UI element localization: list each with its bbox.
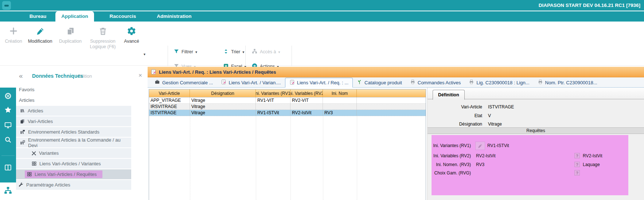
requetes-section-header: Requêtes xyxy=(428,127,644,134)
menu-item-administration[interactable]: Administration xyxy=(152,11,196,22)
wheel-icon[interactable] xyxy=(0,90,16,102)
tree-item-variantes[interactable]: Variantes xyxy=(16,148,131,159)
tab-commandes-actives[interactable]: Commandes Actives xyxy=(406,78,465,87)
creation-button[interactable]: Création xyxy=(3,26,24,44)
printer-icon xyxy=(410,79,415,86)
sort-icon xyxy=(223,49,229,55)
sidebar-panel-header: « Données Techniques × xyxy=(16,70,146,83)
trier-button[interactable]: Trier ▾ xyxy=(223,48,244,56)
monitor-icon[interactable] xyxy=(0,119,16,131)
document-tab-bar: Gestion Commerciale ... Liens Vari-Art. … xyxy=(148,77,644,88)
help-icon[interactable]: ? xyxy=(574,170,580,176)
tree-item-articles[interactable]: Articles xyxy=(16,106,131,116)
side-icon-strip xyxy=(0,88,16,182)
help-icon[interactable]: ? xyxy=(574,162,580,167)
tree-item-env-articles-commande[interactable]: Environnement Articles à la Commande / a… xyxy=(16,138,131,148)
menu-item-application[interactable]: Application xyxy=(55,11,94,22)
filter-icon xyxy=(173,49,179,55)
tab-gestion-commerciale[interactable]: Gestion Commerciale ... xyxy=(151,78,217,87)
acces-caret-icon: ▾ xyxy=(278,50,280,54)
app-logo-icon[interactable] xyxy=(2,1,11,10)
application-window: DIAPASON START DEV 04.16.21 RC1 [7936] B… xyxy=(0,0,644,200)
app-logo-dash xyxy=(4,5,9,7)
field-value: Vitrage xyxy=(488,122,502,127)
requetes-panel: Ini. Variantes (RV1) RV1-ISTVit Ini. Var… xyxy=(432,135,628,195)
app-title: DIAPASON START DEV 04.16.21 RC1 [7936] xyxy=(539,0,640,11)
document-window-titlebar: Liens Vari-Art. / Req. : Liens Vari-Arti… xyxy=(148,67,644,77)
sidebar-tree: Favoris Articles Articles Vari-Articles … xyxy=(16,85,131,191)
table-row-selected[interactable]: ISTVITRAGE Vitrage RV1-ISTVit RV2-IstVit… xyxy=(149,110,426,116)
tab-catalogue-produit[interactable]: Catalogue produit xyxy=(353,78,406,87)
star-icon[interactable] xyxy=(0,104,16,116)
vari-articles-table: Vari-Article Désignation Ini. Variantes … xyxy=(149,89,426,200)
requete-label: Ini. Nomen. (RV3) xyxy=(433,162,471,167)
requete-value-2: RV2-IstVit xyxy=(583,153,602,158)
edit-query-icon[interactable] xyxy=(475,142,485,150)
filtrer-button[interactable]: Filtrer ▾ xyxy=(173,48,197,56)
requete-label: Ini. Variantes (RV1) xyxy=(433,143,471,148)
tab-nom-ptr-c230900018[interactable]: Nom. Ptr. C230900018... xyxy=(534,78,601,87)
notepad-icon xyxy=(289,80,295,86)
toolbar-separator xyxy=(168,46,168,66)
plus-icon xyxy=(9,26,18,36)
env-commande-icon xyxy=(20,140,26,146)
avance-button[interactable]: Avancé xyxy=(121,26,142,44)
env-standard-icon xyxy=(20,129,26,135)
tree-item-env-articles-standards[interactable]: Environnement Articles Standards xyxy=(16,127,131,138)
sitemap-icon[interactable] xyxy=(1,184,15,197)
tree-item-parametrage-articles[interactable]: Paramétrage Articles xyxy=(16,180,131,191)
menu-item-bureau[interactable]: Bureau xyxy=(23,11,52,22)
notepad-icon xyxy=(151,69,156,75)
field-etat: Etat V xyxy=(428,112,491,119)
tree-group-articles[interactable]: Articles xyxy=(16,95,131,106)
printer-icon xyxy=(469,79,474,86)
tree-item-liens-vari-articles-requetes[interactable]: Liens Vari-Articles / Requêtes xyxy=(16,169,131,180)
field-label: Désignation xyxy=(428,122,482,127)
toolbar: Création Modification Duplication Suppre… xyxy=(0,22,644,66)
trier-caret-icon: ▾ xyxy=(242,50,244,54)
column-header-filler xyxy=(357,89,426,97)
tree-item-vari-articles[interactable]: Vari-Articles xyxy=(16,116,131,127)
column-header-ini-variables[interactable]: Ini. Variables (RV2) xyxy=(290,89,323,97)
column-header-designation[interactable]: Désignation xyxy=(190,89,256,97)
avance-caret-icon[interactable]: ▾ xyxy=(144,52,145,56)
tab-definition[interactable]: Définition xyxy=(433,90,465,100)
tab-liens-vari-art-variantes[interactable]: Liens Vari-Art. / Varian.... xyxy=(217,78,285,87)
acces-a-button[interactable]: Accès à ▾ xyxy=(251,48,280,56)
search-icon[interactable] xyxy=(0,134,16,146)
collapse-panel-icon[interactable]: « xyxy=(19,72,23,80)
toolbar-separator xyxy=(292,46,292,66)
table-row[interactable]: APP_VITRAGE Vitrage RV1-VIT RV2-VIT xyxy=(149,97,426,104)
requete-value: RV2-IstVit xyxy=(476,153,496,158)
menubar: Bureau Application Raccourcis Administra… xyxy=(0,11,644,22)
grid-icon xyxy=(31,161,37,166)
field-value: V xyxy=(488,113,491,118)
duplication-button[interactable]: Duplication xyxy=(57,26,84,44)
requete-label: Ini. Variables (RV2) xyxy=(433,153,471,158)
field-vari-article: Vari-Article ISTVITRAGE xyxy=(428,103,514,111)
help-icon[interactable]: ? xyxy=(574,153,580,158)
toolbar-separator xyxy=(245,46,246,66)
tree-item-favoris[interactable]: Favoris xyxy=(16,85,131,95)
column-header-ini-nom[interactable]: Ini. Nom xyxy=(323,89,357,97)
pages-icon xyxy=(20,119,25,124)
sitemap-icon xyxy=(251,48,258,55)
table-row[interactable]: IRSVITRAGE Vitrage xyxy=(149,104,426,110)
definition-panel: Définition Vari-Article ISTVITRAGE Etat … xyxy=(427,88,644,200)
tools-icon xyxy=(31,151,36,156)
column-header-ini-variantes[interactable]: Ini. Variantes (RV1) xyxy=(256,89,290,97)
tab-liens-vari-art-requetes[interactable]: Liens Vari-Art. / Req. : ... xyxy=(285,78,353,88)
field-value: ISTVITRAGE xyxy=(488,104,514,109)
column-header-vari-article[interactable]: Vari-Article xyxy=(149,89,190,97)
menu-item-raccourcis[interactable]: Raccourcis xyxy=(106,11,139,22)
columns-icon[interactable] xyxy=(0,161,16,174)
tree-item-liens-vari-articles-variantes[interactable]: Liens Vari-Articles / Variantes xyxy=(16,159,131,169)
close-panel-icon[interactable]: × xyxy=(138,72,142,79)
field-designation: Désignation Vitrage xyxy=(428,120,502,128)
titlebar: DIAPASON START DEV 04.16.21 RC1 [7936] xyxy=(0,0,644,11)
sidebar-panel-title: Données Techniques xyxy=(32,73,83,79)
gear-icon xyxy=(127,26,136,36)
modification-button[interactable]: Modification xyxy=(26,26,54,44)
tab-lig-c230900018[interactable]: Lig. C230900018 : Lign... xyxy=(465,78,533,87)
suppression-button[interactable]: Suppression Logique (F6) xyxy=(87,26,118,50)
